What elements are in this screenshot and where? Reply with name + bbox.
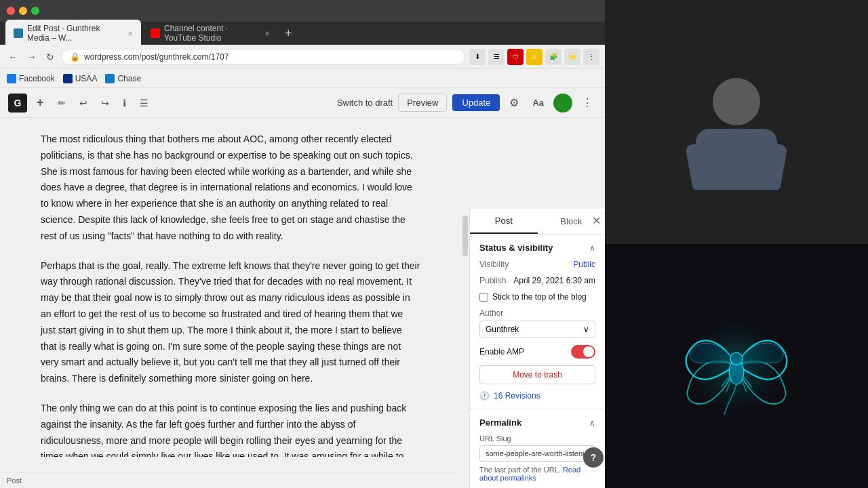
visibility-value[interactable]: Public bbox=[573, 260, 595, 269]
forward-button[interactable]: → bbox=[24, 50, 39, 64]
permalink-header[interactable]: Permalink ∧ bbox=[479, 418, 595, 428]
status-visibility-header[interactable]: Status & visibility ∧ bbox=[479, 243, 595, 253]
wp-logo: G bbox=[8, 94, 27, 113]
content-inner: The most ridiculous thing that bothers m… bbox=[41, 131, 420, 457]
tab-youtube-label: Channel content · YouTube Studio bbox=[164, 24, 258, 43]
list-view-button[interactable]: ☰ bbox=[136, 95, 153, 111]
paragraph-2: Perhaps that is the goal, really. The ex… bbox=[41, 258, 420, 387]
info-button[interactable]: ℹ bbox=[119, 95, 130, 111]
author-select[interactable]: Gunthrek ∨ bbox=[479, 321, 595, 338]
tab-bar: Edit Post · Gunthrek Media – W... ✕ Chan… bbox=[0, 22, 605, 45]
lock-icon: 🔒 bbox=[70, 52, 80, 62]
tools-button[interactable]: ✏ bbox=[54, 95, 70, 111]
update-button[interactable]: Update bbox=[452, 94, 500, 111]
scrollbar-thumb[interactable] bbox=[462, 216, 468, 256]
revisions-icon: 🕐 bbox=[479, 391, 490, 401]
back-button[interactable]: ← bbox=[5, 50, 20, 64]
publish-value[interactable]: April 29, 2021 6:30 am bbox=[513, 276, 595, 285]
scrollbar-track[interactable] bbox=[461, 209, 469, 488]
browser-chrome: Edit Post · Gunthrek Media – W... ✕ Chan… bbox=[0, 0, 605, 88]
move-to-trash-button[interactable]: Move to trash bbox=[479, 365, 595, 384]
post-tab[interactable]: Post bbox=[470, 209, 538, 234]
add-block-button[interactable]: + bbox=[33, 93, 48, 113]
puzzle-ext[interactable]: 🧩 bbox=[545, 49, 561, 65]
download-ext[interactable]: ⬇ bbox=[469, 49, 486, 65]
bookmark-facebook[interactable]: Facebook bbox=[7, 74, 55, 83]
dragon-logo-area bbox=[605, 244, 868, 488]
bookmark-star-ext[interactable]: ⭐ bbox=[564, 49, 580, 65]
new-tab-button[interactable]: + bbox=[279, 26, 298, 41]
settings-button[interactable]: ⚙ bbox=[505, 94, 523, 112]
address-bar-container: ← → ↻ 🔒 wordpress.com/post/gunthrek.com/… bbox=[0, 45, 605, 69]
visibility-label: Visibility bbox=[479, 260, 509, 269]
url-slug-label: URL Slug bbox=[479, 434, 595, 443]
author-label: Author bbox=[479, 308, 595, 318]
publish-label: Publish bbox=[479, 276, 506, 285]
revisions-text[interactable]: 16 Revisions bbox=[494, 391, 540, 401]
author-row: Author Gunthrek ∨ bbox=[479, 308, 595, 338]
usaa-favicon bbox=[63, 74, 73, 83]
tab-yt-close-icon[interactable]: ✕ bbox=[264, 30, 270, 37]
security-ext[interactable]: 🛡 bbox=[507, 49, 524, 65]
enable-amp-toggle[interactable] bbox=[571, 345, 595, 359]
dragon-svg bbox=[675, 305, 797, 427]
left-panel: Edit Post · Gunthrek Media – W... ✕ Chan… bbox=[0, 0, 605, 488]
chase-favicon bbox=[105, 74, 115, 83]
webcam-area bbox=[605, 0, 868, 244]
sidebar-close-button[interactable]: ✕ bbox=[592, 214, 601, 227]
preview-button[interactable]: Preview bbox=[398, 94, 447, 112]
bookmarks-bar: Facebook USAA Chase bbox=[0, 69, 605, 88]
close-window-btn[interactable] bbox=[7, 7, 15, 15]
menu-ext[interactable]: ☰ bbox=[488, 49, 505, 65]
tab-edit-post[interactable]: Edit Post · Gunthrek Media – W... ✕ bbox=[5, 20, 141, 47]
minimize-window-btn[interactable] bbox=[19, 7, 27, 15]
typography-button[interactable]: Aa bbox=[528, 95, 548, 110]
editor-statusbar: Post bbox=[0, 472, 461, 488]
status-chevron-icon: ∧ bbox=[589, 243, 595, 253]
editor-main: The most ridiculous thing that bothers m… bbox=[0, 118, 605, 457]
url-slug-input[interactable] bbox=[479, 445, 595, 462]
svg-point-6 bbox=[688, 317, 785, 415]
action-buttons: Switch to draft Preview Update ⚙ Aa ⋮ bbox=[337, 94, 597, 113]
publish-row: Publish April 29, 2021 6:30 am bbox=[479, 276, 595, 285]
green-button[interactable] bbox=[553, 94, 572, 113]
permalink-note: The last part of the URL. Read about per… bbox=[479, 466, 595, 482]
tab-youtube[interactable]: Channel content · YouTube Studio ✕ bbox=[142, 20, 278, 47]
author-value: Gunthrek bbox=[486, 325, 519, 334]
usaa-label: USAA bbox=[75, 74, 98, 83]
enable-amp-label: Enable AMP bbox=[479, 347, 524, 357]
permalink-section: Permalink ∧ URL Slug The last part of th… bbox=[470, 409, 605, 488]
dragon-logo bbox=[669, 298, 804, 434]
reload-button[interactable]: ↻ bbox=[43, 50, 57, 64]
paragraph-3: The only thing we can do at this point i… bbox=[41, 401, 420, 457]
editor-toolbar: G + ✏ ↩ ↪ ℹ ☰ Switch to draft Preview Up… bbox=[0, 88, 605, 118]
author-chevron-icon: ∨ bbox=[583, 325, 589, 334]
url-bar[interactable]: 🔒 wordpress.com/post/gunthrek.com/1707 bbox=[61, 49, 465, 65]
bookmark-usaa[interactable]: USAA bbox=[63, 74, 98, 83]
yt-favicon bbox=[151, 28, 160, 38]
maximize-window-btn[interactable] bbox=[31, 7, 39, 15]
help-button[interactable]: ? bbox=[583, 447, 604, 468]
enable-amp-row: Enable AMP bbox=[479, 345, 595, 359]
bookmark-chase[interactable]: Chase bbox=[105, 74, 141, 83]
app-container: Edit Post · Gunthrek Media – W... ✕ Chan… bbox=[0, 0, 868, 488]
facebook-favicon bbox=[7, 74, 16, 83]
revisions-row[interactable]: 🕐 16 Revisions bbox=[479, 391, 595, 401]
undo-button[interactable]: ↩ bbox=[75, 95, 92, 111]
visibility-row: Visibility Public bbox=[479, 260, 595, 269]
alert-ext[interactable]: ⚠ bbox=[526, 49, 542, 65]
switch-draft-button[interactable]: Switch to draft bbox=[337, 98, 393, 108]
more-options-button[interactable]: ⋮ bbox=[578, 94, 597, 112]
window-controls bbox=[7, 7, 39, 15]
person-silhouette bbox=[669, 54, 804, 190]
permalink-title: Permalink bbox=[479, 418, 521, 428]
tab-close-icon[interactable]: ✕ bbox=[127, 30, 133, 37]
paragraph-1: The most ridiculous thing that bothers m… bbox=[41, 131, 420, 245]
stick-top-label: Stick to the top of the blog bbox=[492, 292, 587, 302]
status-visibility-section: Status & visibility ∧ Visibility Public … bbox=[470, 235, 605, 409]
stick-top-checkbox[interactable] bbox=[479, 293, 488, 302]
status-text: Post bbox=[7, 476, 22, 485]
redo-button[interactable]: ↪ bbox=[97, 95, 113, 111]
stick-top-row: Stick to the top of the blog bbox=[479, 292, 595, 302]
more-ext[interactable]: ⋮ bbox=[583, 49, 599, 65]
